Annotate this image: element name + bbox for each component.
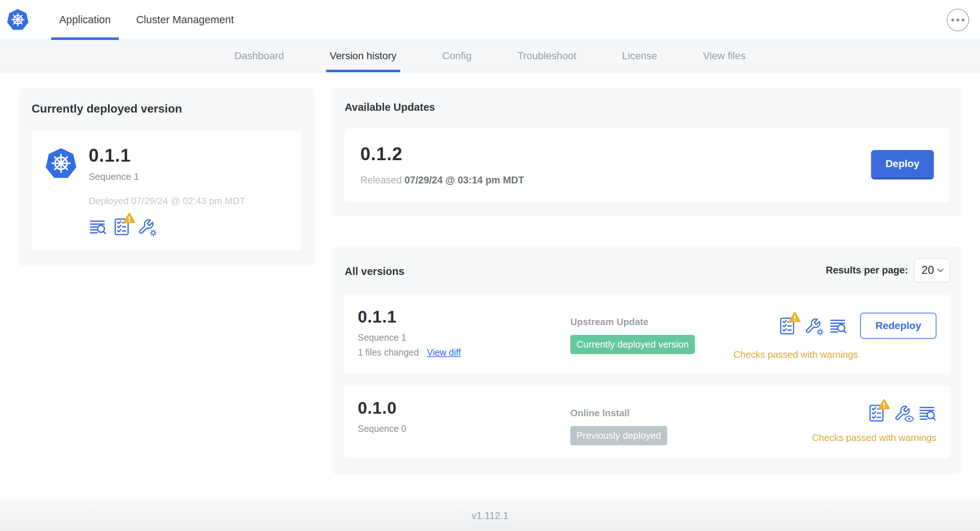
redeploy-button[interactable]: Redeploy <box>860 313 936 339</box>
app-subnav: Dashboard Version history Config Trouble… <box>0 40 980 72</box>
tab-config[interactable]: Config <box>442 40 472 72</box>
view-config-icon[interactable] <box>893 404 911 422</box>
header-tab-label: Application <box>59 14 111 26</box>
version-source: Upstream Update Currently deployed versi… <box>570 307 734 360</box>
gear-icon <box>816 328 824 336</box>
preflight-checks-icon[interactable] <box>867 404 886 422</box>
update-released-line: Released 07/29/24 @ 03:14 pm MDT <box>360 175 524 186</box>
warning-triangle-icon <box>878 399 890 409</box>
tab-label: Config <box>442 50 472 62</box>
header-tab-label: Cluster Management <box>136 14 234 26</box>
tab-label: Version history <box>330 50 397 62</box>
version-actions: Checks passed with warnings <box>812 398 937 445</box>
all-versions-title: All versions <box>345 266 404 278</box>
all-versions-card: All versions Results per page: 20 0.1.1 … <box>332 246 962 474</box>
app-version: v1.112.1 <box>471 510 509 521</box>
tab-view-files[interactable]: View files <box>703 40 746 72</box>
edit-config-icon[interactable] <box>137 218 155 236</box>
available-update-row: 0.1.2 Released 07/29/24 @ 03:14 pm MDT D… <box>344 128 950 203</box>
deployed-timestamp: Deployed 07/29/24 @ 02:43 pm MDT <box>89 196 289 207</box>
view-diff-link[interactable]: View diff <box>427 347 461 358</box>
results-per-page: Results per page: 20 <box>826 258 950 282</box>
version-source: Online Install Previously deployed <box>570 398 812 445</box>
deployed-version-number: 0.1.1 <box>89 145 139 166</box>
kubernetes-logo-icon <box>6 8 29 32</box>
version-number: 0.1.0 <box>358 398 570 418</box>
released-date: 07/29/24 @ 03:14 pm MDT <box>405 175 524 186</box>
tab-label: Dashboard <box>234 50 284 62</box>
version-sequence: Sequence 1 <box>358 332 570 343</box>
header-tab-cluster-management[interactable]: Cluster Management <box>127 0 243 40</box>
tab-label: License <box>622 50 657 62</box>
version-row: 0.1.1 Sequence 1 1 files changed View di… <box>344 294 950 374</box>
status-badge: Currently deployed version <box>570 335 695 354</box>
version-info: 0.1.1 Sequence 1 1 files changed View di… <box>358 307 570 360</box>
source-label: Upstream Update <box>570 316 734 328</box>
header-tab-application[interactable]: Application <box>51 0 119 40</box>
version-info: 0.1.0 Sequence 0 <box>358 398 570 445</box>
tab-label: Troubleshoot <box>517 50 576 62</box>
tab-dashboard[interactable]: Dashboard <box>234 40 284 72</box>
checks-status-text: Checks passed with warnings <box>734 349 858 360</box>
source-label: Online Install <box>570 407 812 419</box>
results-per-page-label: Results per page: <box>826 265 908 276</box>
tab-version-history[interactable]: Version history <box>330 40 397 72</box>
release-notes-icon[interactable] <box>829 317 847 335</box>
version-number: 0.1.1 <box>358 307 570 326</box>
deploy-button[interactable]: Deploy <box>871 150 934 180</box>
version-sequence: Sequence 0 <box>358 423 570 434</box>
edit-config-icon[interactable] <box>803 317 822 335</box>
warning-triangle-icon <box>124 213 135 223</box>
release-notes-icon[interactable] <box>918 404 936 422</box>
results-per-page-value: 20 <box>921 264 934 277</box>
warning-triangle-icon <box>789 312 800 322</box>
header-menu-button[interactable] <box>947 9 969 31</box>
released-prefix: Released <box>360 175 402 186</box>
eye-icon <box>904 415 914 422</box>
deployed-sequence: Sequence 1 <box>89 171 139 182</box>
preflight-checks-icon[interactable] <box>778 317 796 335</box>
checks-status-text: Checks passed with warnings <box>812 432 937 444</box>
version-actions: Redeploy Checks passed with warnings <box>734 307 937 360</box>
app-footer: v1.112.1 <box>0 501 980 531</box>
files-changed-label: 1 files changed <box>358 347 419 358</box>
gear-icon <box>149 229 157 237</box>
deployed-version-tile: 0.1.1 Sequence 1 Deployed 07/29/24 @ 02:… <box>31 130 302 251</box>
right-column: Available Updates 0.1.2 Released 07/29/2… <box>332 87 962 474</box>
status-badge: Previously deployed <box>570 426 667 445</box>
tab-label: View files <box>703 50 746 62</box>
main-content: Currently deployed version 0.1.1 Sequenc… <box>0 72 980 501</box>
tab-troubleshoot[interactable]: Troubleshoot <box>517 40 576 72</box>
release-notes-icon[interactable] <box>89 218 107 236</box>
update-version-number: 0.1.2 <box>360 143 524 165</box>
kubernetes-app-icon <box>44 147 78 181</box>
chevron-down-icon <box>937 268 944 273</box>
results-per-page-select[interactable]: 20 <box>914 258 950 282</box>
ellipsis-icon <box>951 18 965 22</box>
preflight-checks-icon[interactable] <box>113 218 131 236</box>
currently-deployed-title: Currently deployed version <box>32 102 302 116</box>
available-updates-card: Available Updates 0.1.2 Released 07/29/2… <box>332 87 962 216</box>
currently-deployed-card: Currently deployed version 0.1.1 Sequenc… <box>19 87 314 266</box>
available-updates-title: Available Updates <box>345 101 950 113</box>
tab-license[interactable]: License <box>622 40 657 72</box>
version-row: 0.1.0 Sequence 0 Online Install Previous… <box>344 386 950 458</box>
app-header: Application Cluster Management <box>0 0 980 40</box>
